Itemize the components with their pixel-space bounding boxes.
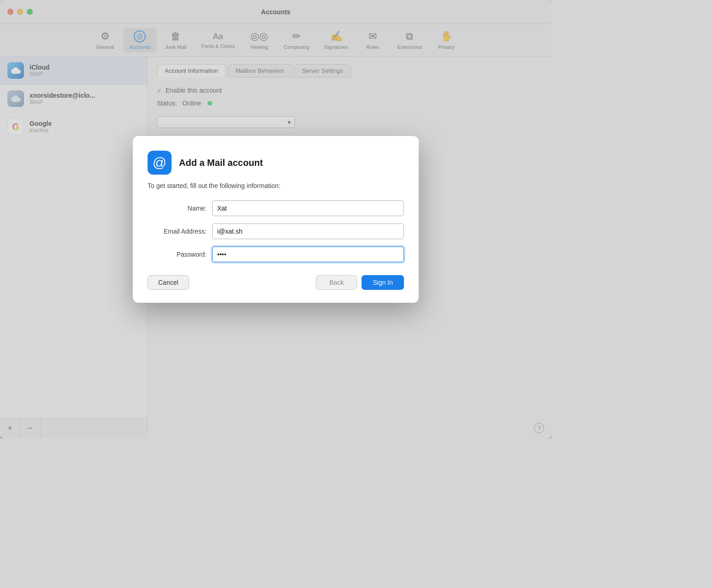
footer-right-buttons: Back Sign In xyxy=(316,275,404,290)
dialog-header: @ Add a Mail account xyxy=(148,151,404,175)
dialog-subtitle: To get started, fill out the following i… xyxy=(148,182,404,189)
at-symbol-icon: @ xyxy=(153,155,166,171)
dialog-form: Name: Email Address: Password: xyxy=(148,200,404,262)
name-label: Name: xyxy=(148,205,212,212)
sign-in-button[interactable]: Sign In xyxy=(362,275,404,290)
password-row: Password: xyxy=(148,247,404,262)
main-window: Accounts ⚙ General @ Accounts 🗑 Junk Mai… xyxy=(0,0,552,439)
name-input[interactable] xyxy=(212,200,404,216)
email-label: Email Address: xyxy=(148,228,212,235)
password-label: Password: xyxy=(148,251,212,258)
mail-app-icon: @ xyxy=(148,151,172,175)
name-row: Name: xyxy=(148,200,404,216)
password-input[interactable] xyxy=(212,247,404,262)
email-row: Email Address: xyxy=(148,223,404,239)
dialog-overlay: @ Add a Mail account To get started, fil… xyxy=(0,0,552,439)
back-button[interactable]: Back xyxy=(316,275,357,290)
dialog-footer: Cancel Back Sign In xyxy=(148,275,404,290)
add-mail-account-dialog: @ Add a Mail account To get started, fil… xyxy=(133,136,419,303)
dialog-title: Add a Mail account xyxy=(179,158,263,168)
email-input[interactable] xyxy=(212,223,404,239)
cancel-button[interactable]: Cancel xyxy=(148,275,189,290)
